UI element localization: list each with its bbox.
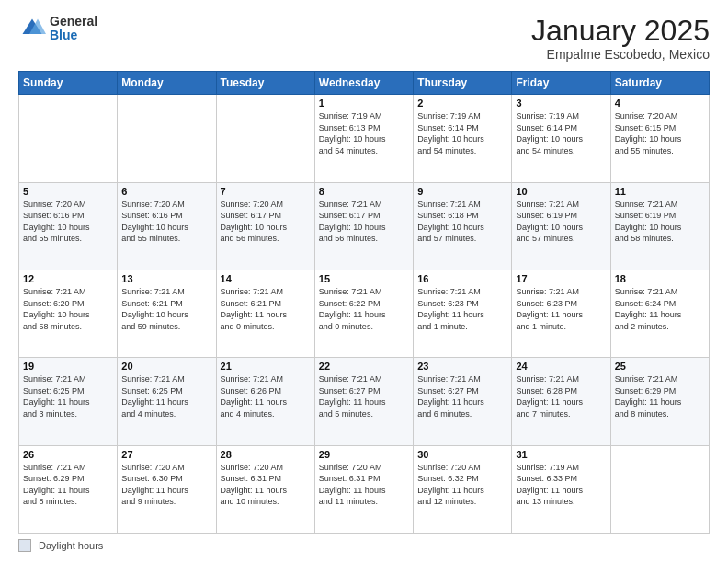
footer: Daylight hours: [18, 539, 710, 552]
day-number: 14: [221, 273, 311, 284]
day-number: 1: [319, 98, 409, 109]
calendar-cell: [118, 95, 216, 182]
day-detail: Sunrise: 7:21 AM Sunset: 6:27 PM Dayligh…: [417, 373, 507, 419]
page: General Blue January 2025 Empalme Escobe…: [0, 0, 728, 563]
day-detail: Sunrise: 7:19 AM Sunset: 6:14 PM Dayligh…: [417, 110, 507, 156]
day-detail: Sunrise: 7:19 AM Sunset: 6:33 PM Dayligh…: [516, 462, 606, 508]
day-number: 18: [615, 273, 705, 284]
calendar-cell: 23Sunrise: 7:21 AM Sunset: 6:27 PM Dayli…: [414, 358, 512, 445]
legend-label: Daylight hours: [39, 540, 103, 551]
calendar-day-header: Thursday: [414, 72, 512, 95]
calendar-cell: 10Sunrise: 7:21 AM Sunset: 6:19 PM Dayli…: [512, 182, 610, 270]
logo-text: General Blue: [50, 15, 97, 43]
day-number: 17: [516, 273, 606, 284]
day-detail: Sunrise: 7:21 AM Sunset: 6:28 PM Dayligh…: [516, 373, 606, 419]
calendar-cell: 7Sunrise: 7:20 AM Sunset: 6:17 PM Daylig…: [216, 182, 314, 270]
day-detail: Sunrise: 7:20 AM Sunset: 6:31 PM Dayligh…: [319, 462, 409, 508]
legend-box: [18, 539, 31, 552]
day-number: 13: [121, 273, 211, 284]
day-number: 24: [516, 361, 606, 372]
calendar-cell: 16Sunrise: 7:21 AM Sunset: 6:23 PM Dayli…: [414, 270, 512, 357]
calendar-cell: 25Sunrise: 7:21 AM Sunset: 6:29 PM Dayli…: [610, 358, 709, 445]
calendar-cell: 29Sunrise: 7:20 AM Sunset: 6:31 PM Dayli…: [314, 445, 413, 533]
calendar-cell: 13Sunrise: 7:21 AM Sunset: 6:21 PM Dayli…: [118, 270, 216, 357]
day-detail: Sunrise: 7:20 AM Sunset: 6:15 PM Dayligh…: [615, 110, 705, 156]
day-number: 9: [417, 186, 507, 197]
day-number: 8: [319, 186, 409, 197]
day-detail: Sunrise: 7:20 AM Sunset: 6:32 PM Dayligh…: [417, 462, 507, 508]
day-detail: Sunrise: 7:20 AM Sunset: 6:30 PM Dayligh…: [121, 462, 211, 508]
day-detail: Sunrise: 7:21 AM Sunset: 6:17 PM Dayligh…: [319, 199, 409, 245]
calendar-cell: 21Sunrise: 7:21 AM Sunset: 6:26 PM Dayli…: [216, 358, 314, 445]
calendar-cell: 22Sunrise: 7:21 AM Sunset: 6:27 PM Dayli…: [314, 358, 413, 445]
day-detail: Sunrise: 7:21 AM Sunset: 6:18 PM Dayligh…: [417, 199, 507, 245]
calendar-cell: 19Sunrise: 7:21 AM Sunset: 6:25 PM Dayli…: [19, 358, 118, 445]
day-number: 29: [319, 449, 409, 460]
calendar-cell: 6Sunrise: 7:20 AM Sunset: 6:16 PM Daylig…: [118, 182, 216, 270]
calendar-cell: 20Sunrise: 7:21 AM Sunset: 6:25 PM Dayli…: [118, 358, 216, 445]
calendar-cell: 2Sunrise: 7:19 AM Sunset: 6:14 PM Daylig…: [414, 95, 512, 182]
day-number: 15: [319, 273, 409, 284]
day-detail: Sunrise: 7:21 AM Sunset: 6:29 PM Dayligh…: [23, 462, 113, 508]
day-number: 19: [23, 361, 113, 372]
day-detail: Sunrise: 7:21 AM Sunset: 6:21 PM Dayligh…: [121, 286, 211, 332]
calendar-cell: 30Sunrise: 7:20 AM Sunset: 6:32 PM Dayli…: [414, 445, 512, 533]
day-number: 27: [121, 449, 211, 460]
calendar-cell: 18Sunrise: 7:21 AM Sunset: 6:24 PM Dayli…: [610, 270, 709, 357]
calendar-day-header: Tuesday: [216, 72, 314, 95]
logo-blue: Blue: [50, 29, 97, 42]
day-number: 23: [417, 361, 507, 372]
calendar-cell: 9Sunrise: 7:21 AM Sunset: 6:18 PM Daylig…: [414, 182, 512, 270]
day-number: 26: [23, 449, 113, 460]
day-number: 3: [516, 98, 606, 109]
logo-icon: [18, 15, 46, 42]
day-detail: Sunrise: 7:21 AM Sunset: 6:27 PM Dayligh…: [319, 373, 409, 419]
calendar-cell: [610, 445, 709, 533]
calendar-day-header: Wednesday: [314, 72, 413, 95]
calendar-day-header: Monday: [118, 72, 216, 95]
calendar-week-row: 5Sunrise: 7:20 AM Sunset: 6:16 PM Daylig…: [19, 182, 710, 270]
day-detail: Sunrise: 7:21 AM Sunset: 6:21 PM Dayligh…: [221, 286, 311, 332]
day-number: 10: [516, 186, 606, 197]
calendar-cell: 3Sunrise: 7:19 AM Sunset: 6:14 PM Daylig…: [512, 95, 610, 182]
location: Empalme Escobedo, Mexico: [531, 47, 710, 62]
calendar-table: SundayMondayTuesdayWednesdayThursdayFrid…: [18, 71, 710, 534]
day-detail: Sunrise: 7:20 AM Sunset: 6:31 PM Dayligh…: [221, 462, 311, 508]
calendar-day-header: Sunday: [19, 72, 118, 95]
day-number: 21: [221, 361, 311, 372]
calendar-week-row: 1Sunrise: 7:19 AM Sunset: 6:13 PM Daylig…: [19, 95, 710, 182]
calendar-week-row: 12Sunrise: 7:21 AM Sunset: 6:20 PM Dayli…: [19, 270, 710, 357]
day-number: 6: [121, 186, 211, 197]
calendar-cell: 8Sunrise: 7:21 AM Sunset: 6:17 PM Daylig…: [314, 182, 413, 270]
calendar-cell: [19, 95, 118, 182]
calendar-cell: 12Sunrise: 7:21 AM Sunset: 6:20 PM Dayli…: [19, 270, 118, 357]
day-detail: Sunrise: 7:19 AM Sunset: 6:13 PM Dayligh…: [319, 110, 409, 156]
calendar-week-row: 19Sunrise: 7:21 AM Sunset: 6:25 PM Dayli…: [19, 358, 710, 445]
calendar-cell: 24Sunrise: 7:21 AM Sunset: 6:28 PM Dayli…: [512, 358, 610, 445]
day-number: 28: [221, 449, 311, 460]
day-number: 11: [615, 186, 705, 197]
day-number: 22: [319, 361, 409, 372]
day-number: 7: [221, 186, 311, 197]
day-number: 5: [23, 186, 113, 197]
day-detail: Sunrise: 7:21 AM Sunset: 6:22 PM Dayligh…: [319, 286, 409, 332]
logo-general: General: [50, 15, 97, 29]
day-detail: Sunrise: 7:21 AM Sunset: 6:19 PM Dayligh…: [615, 199, 705, 245]
title-block: January 2025 Empalme Escobedo, Mexico: [531, 15, 710, 62]
day-detail: Sunrise: 7:21 AM Sunset: 6:26 PM Dayligh…: [221, 373, 311, 419]
calendar-cell: 15Sunrise: 7:21 AM Sunset: 6:22 PM Dayli…: [314, 270, 413, 357]
calendar-cell: 31Sunrise: 7:19 AM Sunset: 6:33 PM Dayli…: [512, 445, 610, 533]
calendar-cell: 26Sunrise: 7:21 AM Sunset: 6:29 PM Dayli…: [19, 445, 118, 533]
day-number: 4: [615, 98, 705, 109]
day-detail: Sunrise: 7:21 AM Sunset: 6:25 PM Dayligh…: [23, 373, 113, 419]
day-detail: Sunrise: 7:21 AM Sunset: 6:29 PM Dayligh…: [615, 373, 705, 419]
day-number: 16: [417, 273, 507, 284]
day-number: 30: [417, 449, 507, 460]
calendar-cell: 1Sunrise: 7:19 AM Sunset: 6:13 PM Daylig…: [314, 95, 413, 182]
calendar-cell: 27Sunrise: 7:20 AM Sunset: 6:30 PM Dayli…: [118, 445, 216, 533]
day-number: 2: [417, 98, 507, 109]
day-detail: Sunrise: 7:21 AM Sunset: 6:24 PM Dayligh…: [615, 286, 705, 332]
header: General Blue January 2025 Empalme Escobe…: [18, 15, 710, 62]
day-detail: Sunrise: 7:19 AM Sunset: 6:14 PM Dayligh…: [516, 110, 606, 156]
calendar-week-row: 26Sunrise: 7:21 AM Sunset: 6:29 PM Dayli…: [19, 445, 710, 533]
